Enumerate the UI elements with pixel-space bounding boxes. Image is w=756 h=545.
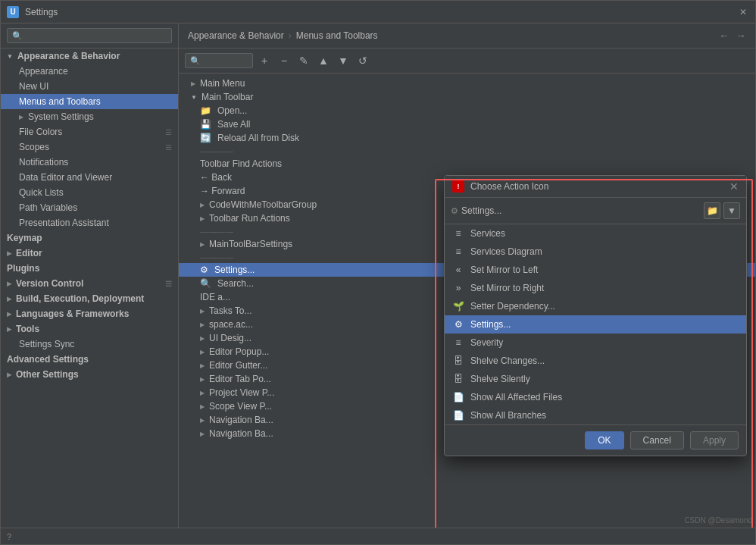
reset-button[interactable]: ↺ <box>355 52 371 69</box>
tree-item-open[interactable]: 📁 Open... <box>179 104 755 117</box>
add-button[interactable]: + <box>256 52 273 69</box>
move-down-button[interactable]: ▼ <box>335 52 351 69</box>
sidebar-item-appearance[interactable]: Appearance <box>1 64 178 79</box>
dialog-item-set-mirror-right[interactable]: » Set Mirror to Right <box>445 279 746 297</box>
sidebar-item-build[interactable]: ▶ Build, Execution, Deployment <box>1 291 178 306</box>
dialog-item-label: Shelve Silently <box>470 374 530 384</box>
sidebar-item-file-colors[interactable]: File Colors ☰ <box>1 124 178 139</box>
tree-item-label: Scope View P... <box>209 401 272 412</box>
sidebar-item-path-variables[interactable]: Path Variables <box>1 200 178 215</box>
sidebar-item-tools[interactable]: ▶ Tools <box>1 321 178 337</box>
help-button[interactable]: ? <box>7 532 11 541</box>
app-icon: U <box>7 6 19 18</box>
expand-icon: ▶ <box>7 280 11 287</box>
expand-icon: ▶ <box>200 417 205 424</box>
dialog-item-shelve-silently[interactable]: 🗄 Shelve Silently <box>445 370 746 388</box>
sidebar-item-appearance-behavior[interactable]: ▼ Appearance & Behavior <box>1 49 178 64</box>
dialog-item-services-diagram[interactable]: ≡ Services Diagram <box>445 243 746 261</box>
sidebar-item-menus-toolbars[interactable]: Menus and Toolbars <box>1 94 178 109</box>
services-icon: ≡ <box>452 227 464 240</box>
tree-item-label: → Forward <box>200 186 245 196</box>
file-colors-icon: ☰ <box>165 128 172 136</box>
tree-item-label: ← Back <box>200 172 232 183</box>
dialog-item-services[interactable]: ≡ Services <box>445 224 746 243</box>
sidebar-item-plugins[interactable]: Plugins <box>1 261 178 276</box>
dialog-apply-button[interactable]: Apply <box>690 431 739 449</box>
tree-item-label: Main Menu <box>200 78 245 89</box>
tree-item-label: Navigation Ba... <box>209 428 273 439</box>
breadcrumb: Appearance & Behavior › Menus and Toolba… <box>179 23 755 49</box>
sidebar-item-presentation[interactable]: Presentation Assistant <box>1 215 178 230</box>
tree-item-label: Toolbar Find Actions <box>200 158 282 169</box>
dialog-item-label: Services <box>470 228 505 239</box>
move-up-button[interactable]: ▲ <box>315 52 332 69</box>
sidebar-item-advanced-settings[interactable]: Advanced Settings <box>1 352 178 367</box>
sidebar-item-editor[interactable]: ▶ Editor <box>1 246 178 261</box>
dialog-item-shelve-changes[interactable]: 🗄 Shelve Changes... <box>445 352 746 370</box>
dialog-item-show-all-branches[interactable]: 📄 Show All Branches <box>445 406 746 424</box>
sidebar-item-version-control[interactable]: ▶ Version Control ☰ <box>1 276 178 291</box>
expand-icon: ▶ <box>200 202 205 208</box>
dialog-item-settings[interactable]: ⚙ Settings... <box>445 315 746 334</box>
sidebar-item-data-editor[interactable]: Data Editor and Viewer <box>1 170 178 185</box>
edit-button[interactable]: ✎ <box>295 52 312 69</box>
sidebar-item-languages[interactable]: ▶ Languages & Frameworks <box>1 306 178 321</box>
tree-item-label: Editor Popup... <box>209 346 269 357</box>
separator-1: ------------ <box>179 145 755 157</box>
tree-item-main-toolbar[interactable]: ▼ Main Toolbar <box>179 90 755 104</box>
breadcrumb-part2: Menus and Toolbars <box>296 30 378 41</box>
dialog-cancel-button[interactable]: Cancel <box>630 431 684 449</box>
nav-forward-button[interactable]: → <box>736 30 746 42</box>
dialog-search-icon: ⚙ <box>451 206 458 216</box>
expand-icon: ▶ <box>200 321 205 328</box>
dialog-dropdown-button[interactable]: ▼ <box>723 202 740 219</box>
dialog-item-show-all-affected[interactable]: 📄 Show All Affected Files <box>445 388 746 406</box>
dialog-ok-button[interactable]: OK <box>585 431 623 449</box>
bottom-bar: ? <box>1 528 755 544</box>
sidebar-item-system-settings[interactable]: ▶ System Settings <box>1 109 178 124</box>
settings-icon: ⚙ <box>200 265 208 275</box>
sidebar-item-keymap[interactable]: Keymap <box>1 230 178 246</box>
dialog-search-input[interactable] <box>461 205 701 216</box>
sidebar-item-scopes[interactable]: Scopes ☰ <box>1 139 178 155</box>
tree-item-main-menu[interactable]: ▶ Main Menu <box>179 77 755 90</box>
title-bar-controls: ✕ <box>737 6 749 18</box>
watermark: CSDN @Desamond <box>684 516 752 525</box>
mirror-left-icon: « <box>452 264 464 276</box>
breadcrumb-part1: Appearance & Behavior <box>188 30 284 41</box>
remove-button[interactable]: − <box>276 52 292 69</box>
dialog-app-icon: ! <box>452 180 464 193</box>
tree-item-save-all[interactable]: 💾 Save All <box>179 117 755 131</box>
dialog-item-label: Show All Affected Files <box>470 392 562 402</box>
dialog-title: Choose Action Icon <box>470 181 723 192</box>
dialog-item-label: Set Mirror to Right <box>470 283 544 293</box>
dialog-item-label: Settings... <box>470 319 511 330</box>
toolbar-search-input[interactable] <box>185 53 253 68</box>
sidebar-item-other-settings[interactable]: ▶ Other Settings <box>1 367 178 382</box>
tree-item-label: Editor Tab Po... <box>209 374 271 384</box>
sidebar-item-quick-lists[interactable]: Quick Lists <box>1 185 178 200</box>
tree-item-toolbar-find[interactable]: Toolbar Find Actions <box>179 157 755 171</box>
expand-icon: ▶ <box>191 80 195 87</box>
dialog-item-severity[interactable]: ≡ Severity <box>445 334 746 352</box>
tree-item-label: Project View P... <box>209 387 274 398</box>
sidebar-item-new-ui[interactable]: New UI <box>1 79 178 94</box>
tree-item-reload[interactable]: 🔄 Reload All from Disk <box>179 131 755 145</box>
expand-icon: ▶ <box>200 308 205 315</box>
search-icon: 🔍 <box>200 278 211 289</box>
settings-icon: ⚙ <box>452 318 464 330</box>
sidebar-item-notifications[interactable]: Notifications <box>1 155 178 170</box>
sidebar-item-settings-sync[interactable]: Settings Sync <box>1 337 178 352</box>
dialog-footer: OK Cancel Apply <box>445 424 746 456</box>
sidebar-search-area <box>1 23 178 49</box>
nav-back-button[interactable]: ← <box>719 30 729 42</box>
dialog-close-button[interactable]: ✕ <box>729 180 739 193</box>
close-button[interactable]: ✕ <box>737 6 749 18</box>
sidebar-search-input[interactable] <box>7 28 172 43</box>
dialog-folder-button[interactable]: 📁 <box>704 202 720 219</box>
dialog-item-set-mirror-left[interactable]: « Set Mirror to Left <box>445 261 746 279</box>
choose-action-icon-dialog: ! Choose Action Icon ✕ ⚙ 📁 ▼ ≡ Services <box>444 175 747 456</box>
toolbar: + − ✎ ▲ ▼ ↺ <box>179 49 755 74</box>
dialog-item-setter-dependency[interactable]: 🌱 Setter Dependency... <box>445 297 746 315</box>
sidebar: ▼ Appearance & Behavior Appearance New U… <box>1 23 179 528</box>
